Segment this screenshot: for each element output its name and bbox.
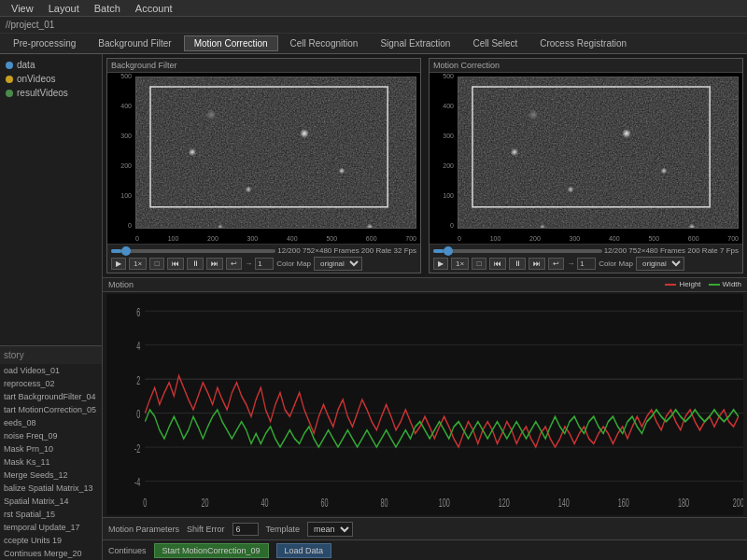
menubar: View Layout Batch Account [0,0,747,17]
history-item-13[interactable]: ccepte Units 19 [0,534,102,547]
history-item-5[interactable]: noise Freq_09 [0,429,102,442]
tab-preprocessing[interactable]: Pre-processing [3,35,86,51]
right-loop-input[interactable] [577,258,596,270]
svg-text:140: 140 [558,497,570,510]
path-text: //project_01 [6,20,54,30]
left-seek-thumb [121,246,131,256]
left-loop-input[interactable] [255,258,274,270]
svg-text:-4: -4 [134,476,141,489]
tabbar: Pre-processing Background Filter Motion … [0,34,747,54]
right-box-btn[interactable]: □ [472,258,486,270]
status-label: Continues [108,546,147,555]
right-colormap-label: Color Map [599,259,633,268]
right-controls-row2: ▶ 1× □ ⏮ ⏸ ⏭ ↩ → Color Map original [433,257,739,271]
right-controls-row1: 12/200 752×480 Frames 200 Rate 7 Fps [433,246,739,255]
left-seek-bar[interactable] [111,249,275,253]
left-pause-btn[interactable]: ⏸ [187,258,204,270]
tree-item-resultvideos[interactable]: resultVideos [4,86,98,100]
left-loop-btn[interactable]: ↩ [226,258,242,270]
history-item-11[interactable]: rst Spatial_15 [0,508,102,521]
right-loop-label: → [567,259,574,268]
params-section: Motion Parameters Shift Error Template m… [103,517,747,539]
template-select[interactable]: mean first last [307,522,353,537]
right-speed-btn[interactable]: 1× [451,258,469,270]
svg-text:120: 120 [499,497,510,510]
motion-title: Motion Height Width [103,278,747,292]
left-video-canvas: 5004003002001000 0100200300400500600700 [107,73,420,244]
history-item-14[interactable]: Continues Merge_20 [0,547,102,560]
width-line [145,410,739,447]
menu-view[interactable]: View [4,3,41,14]
tab-signal-extraction[interactable]: Signal Extraction [370,35,460,51]
right-seek-bar[interactable] [433,249,602,253]
start-motion-correction-button[interactable]: Start MotionCorrection_09 [154,543,269,558]
right-colormap-select[interactable]: original [636,257,684,271]
history-item-0[interactable]: oad Videos_01 [0,364,102,377]
svg-text:4: 4 [136,340,140,353]
right-video-panel: Motion Correction 5004003002001000 01002… [429,58,743,273]
tab-crocess-registration[interactable]: Crocess Registration [529,35,637,51]
svg-text:2: 2 [136,374,140,387]
svg-text:80: 80 [381,497,388,510]
right-play-btn[interactable]: ▶ [433,258,448,270]
history-item-3[interactable]: tart MotionCorrection_05 [0,403,102,416]
bottom-bar: Continues Start MotionCorrection_09 Load… [103,539,747,560]
dot-data [6,62,13,69]
menu-batch[interactable]: Batch [87,3,128,14]
shift-error-input[interactable] [233,523,259,536]
left-controls-row1: 12/200 752×480 Frames 200 Rate 32 Fps [111,246,416,255]
menu-account[interactable]: Account [128,3,180,14]
legend-height-color [665,284,676,286]
svg-text:60: 60 [321,497,329,510]
right-x-axis: 0100200300400500600700 [458,235,739,242]
left-play-btn[interactable]: ▶ [111,258,126,270]
history-item-8[interactable]: Merge Seeds_12 [0,469,102,482]
motion-chart-area: 6 4 2 0 -2 -4 0 20 40 60 80 100 120 140 … [106,294,743,515]
dot-resultvideos [6,90,13,97]
svg-text:160: 160 [618,497,629,510]
motion-params-title: Motion Parameters [108,525,179,534]
history-item-12[interactable]: temporal Update_17 [0,521,102,534]
tab-cell-select[interactable]: Cell Select [462,35,528,51]
left-y-axis: 5004003002001000 [109,73,134,229]
content: Background Filter 5004003002001000 [103,54,747,560]
history-item-9[interactable]: balize Spatial Matrix_13 [0,482,102,495]
dot-onvideos [6,76,13,83]
history-item-6[interactable]: Mask Prn_10 [0,442,102,455]
load-data-button[interactable]: Load Data [276,543,332,558]
tab-cell-recognition[interactable]: Cell Recognition [280,35,369,51]
menu-layout[interactable]: Layout [41,3,87,14]
right-prev-btn[interactable]: ⏮ [489,258,506,270]
right-seek-thumb [444,246,453,256]
tab-background-filter[interactable]: Background Filter [88,35,181,51]
left-plot-overlay [135,77,416,229]
history-item-4[interactable]: eeds_08 [0,416,102,429]
right-video-canvas: 5004003002001000 0100200300400500600700 [430,73,742,244]
right-loop-btn[interactable]: ↩ [548,258,564,270]
left-loop-label: → [245,259,252,268]
right-next-btn[interactable]: ⏭ [529,258,545,270]
right-video-controls: 12/200 752×480 Frames 200 Rate 7 Fps ▶ 1… [430,244,742,273]
left-video-panel: Background Filter 5004003002001000 [106,58,421,273]
history-item-2[interactable]: tart BackgroundFilter_04 [0,390,102,403]
svg-text:20: 20 [201,497,208,510]
svg-text:6: 6 [136,306,140,319]
left-colormap-select[interactable]: original [314,257,362,271]
left-prev-btn[interactable]: ⏮ [167,258,184,270]
svg-text:180: 180 [678,497,689,510]
right-pause-btn[interactable]: ⏸ [509,258,526,270]
left-box-btn[interactable]: □ [149,258,164,270]
tree-item-onvideos[interactable]: onVideos [4,72,98,86]
motion-svg: 6 4 2 0 -2 -4 0 20 40 60 80 100 120 140 … [106,294,743,515]
tab-motion-correction[interactable]: Motion Correction [184,35,278,51]
history-item-1[interactable]: reprocess_02 [0,377,102,390]
video-row: Background Filter 5004003002001000 [103,54,747,278]
svg-text:0: 0 [143,497,147,510]
left-speed-btn[interactable]: 1× [129,258,147,270]
legend-height: Height [665,280,700,288]
file-tree: data onVideos resultVideos [0,54,102,345]
history-item-7[interactable]: Mask Ks_11 [0,455,102,469]
history-item-10[interactable]: Spatial Matrix_14 [0,495,102,508]
tree-item-data[interactable]: data [4,58,98,72]
left-next-btn[interactable]: ⏭ [206,258,223,270]
